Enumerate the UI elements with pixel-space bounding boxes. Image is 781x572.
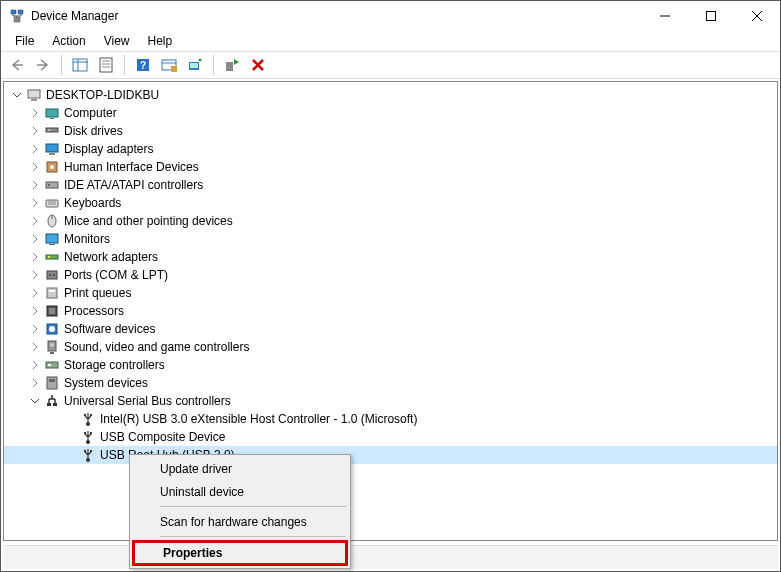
ctx-properties[interactable]: Properties <box>132 540 348 566</box>
minimize-button[interactable] <box>642 1 688 31</box>
menu-view[interactable]: View <box>96 32 138 50</box>
tree-category[interactable]: Display adapters <box>4 140 777 158</box>
computer-icon <box>26 87 42 103</box>
tree-category[interactable]: Computer <box>4 104 777 122</box>
tree-category[interactable]: Storage controllers <box>4 356 777 374</box>
chevron-right-icon[interactable] <box>28 214 42 228</box>
svg-rect-2 <box>14 17 20 22</box>
forward-button[interactable] <box>31 53 55 77</box>
tree-category-label: Display adapters <box>64 142 153 156</box>
svg-rect-75 <box>90 450 92 452</box>
device-category-icon <box>44 177 60 193</box>
chevron-right-icon[interactable] <box>28 376 42 390</box>
ctx-uninstall-device[interactable]: Uninstall device <box>132 480 348 503</box>
tree-category[interactable]: Sound, video and game controllers <box>4 338 777 356</box>
chevron-right-icon[interactable] <box>28 358 42 372</box>
tree-category[interactable]: IDE ATA/ATAPI controllers <box>4 176 777 194</box>
device-category-icon <box>44 267 60 283</box>
tree-device-label: USB Composite Device <box>100 430 225 444</box>
chevron-right-icon[interactable] <box>28 196 42 210</box>
tree-category[interactable]: Mice and other pointing devices <box>4 212 777 230</box>
svg-point-73 <box>86 458 90 462</box>
tree-category[interactable]: Universal Serial Bus controllers <box>4 392 777 410</box>
menu-action[interactable]: Action <box>44 32 93 50</box>
tree-category[interactable]: Monitors <box>4 230 777 248</box>
menu-file[interactable]: File <box>7 32 42 50</box>
tree-category-label: Sound, video and game controllers <box>64 340 249 354</box>
chevron-down-icon[interactable] <box>28 394 42 408</box>
svg-rect-55 <box>49 308 55 314</box>
svg-rect-47 <box>46 255 58 259</box>
tree-category[interactable]: Software devices <box>4 320 777 338</box>
tree-category-label: System devices <box>64 376 148 390</box>
show-hide-tree-button[interactable] <box>68 53 92 77</box>
ctx-update-driver[interactable]: Update driver <box>132 457 348 480</box>
tree-category[interactable]: System devices <box>4 374 777 392</box>
chevron-right-icon[interactable] <box>28 286 42 300</box>
tree-category[interactable]: Disk drives <box>4 122 777 140</box>
tree-category[interactable]: Ports (COM & LPT) <box>4 266 777 284</box>
tree-device[interactable]: Intel(R) USB 3.0 eXtensible Host Control… <box>4 410 777 428</box>
device-tree-panel[interactable]: DESKTOP-LDIDKBU ComputerDisk drivesDispl… <box>3 81 778 541</box>
chevron-right-icon[interactable] <box>28 142 42 156</box>
device-category-icon <box>44 375 60 391</box>
chevron-right-icon[interactable] <box>28 250 42 264</box>
toolbar: ? <box>1 51 780 79</box>
back-button[interactable] <box>5 53 29 77</box>
update-driver-button[interactable] <box>183 53 207 77</box>
svg-rect-8 <box>707 12 716 21</box>
tree-category[interactable]: Print queues <box>4 284 777 302</box>
tree-category-label: Monitors <box>64 232 110 246</box>
svg-rect-14 <box>100 58 112 72</box>
svg-rect-11 <box>73 59 87 71</box>
svg-point-67 <box>86 422 90 426</box>
chevron-right-icon[interactable] <box>28 232 42 246</box>
tree-category[interactable]: Network adapters <box>4 248 777 266</box>
device-category-icon <box>44 303 60 319</box>
enable-device-button[interactable] <box>220 53 244 77</box>
chevron-down-icon[interactable] <box>10 88 24 102</box>
chevron-right-icon[interactable] <box>28 304 42 318</box>
tree-category[interactable]: Processors <box>4 302 777 320</box>
device-category-icon <box>44 141 60 157</box>
chevron-right-icon[interactable] <box>28 268 42 282</box>
svg-rect-39 <box>48 184 50 186</box>
scan-hardware-button[interactable] <box>157 53 181 77</box>
tree-category-label: Print queues <box>64 286 131 300</box>
chevron-right-icon[interactable] <box>28 124 42 138</box>
tree-category-label: Computer <box>64 106 117 120</box>
menu-bar: File Action View Help <box>1 31 780 51</box>
svg-point-68 <box>84 414 86 416</box>
svg-point-50 <box>49 274 51 276</box>
svg-rect-22 <box>171 66 177 72</box>
svg-rect-38 <box>46 182 58 188</box>
chevron-right-icon[interactable] <box>28 340 42 354</box>
uninstall-device-button[interactable] <box>246 53 270 77</box>
chevron-right-icon[interactable] <box>28 322 42 336</box>
tree-category-label: Network adapters <box>64 250 158 264</box>
tree-root[interactable]: DESKTOP-LDIDKBU <box>4 86 777 104</box>
ctx-scan-hardware[interactable]: Scan for hardware changes <box>132 510 348 533</box>
usb-icon <box>80 447 96 463</box>
close-button[interactable] <box>734 1 780 31</box>
chevron-right-icon[interactable] <box>28 106 42 120</box>
help-button[interactable]: ? <box>131 53 155 77</box>
tree-category-label: Human Interface Devices <box>64 160 199 174</box>
tree-device[interactable]: USB Composite Device <box>4 428 777 446</box>
chevron-right-icon[interactable] <box>28 178 42 192</box>
svg-point-71 <box>84 432 86 434</box>
device-category-icon <box>44 393 60 409</box>
svg-text:?: ? <box>140 60 146 71</box>
tree-category[interactable]: Human Interface Devices <box>4 158 777 176</box>
device-category-icon <box>44 285 60 301</box>
svg-rect-48 <box>48 256 50 258</box>
app-icon <box>9 8 25 24</box>
maximize-button[interactable] <box>688 1 734 31</box>
chevron-right-icon[interactable] <box>28 160 42 174</box>
tree-device[interactable]: USB Root Hub (USB 3.0) <box>4 446 777 464</box>
tree-category[interactable]: Keyboards <box>4 194 777 212</box>
tree-root-label: DESKTOP-LDIDKBU <box>46 88 159 102</box>
properties-button[interactable] <box>94 53 118 77</box>
ctx-separator <box>160 536 346 537</box>
menu-help[interactable]: Help <box>140 32 181 50</box>
